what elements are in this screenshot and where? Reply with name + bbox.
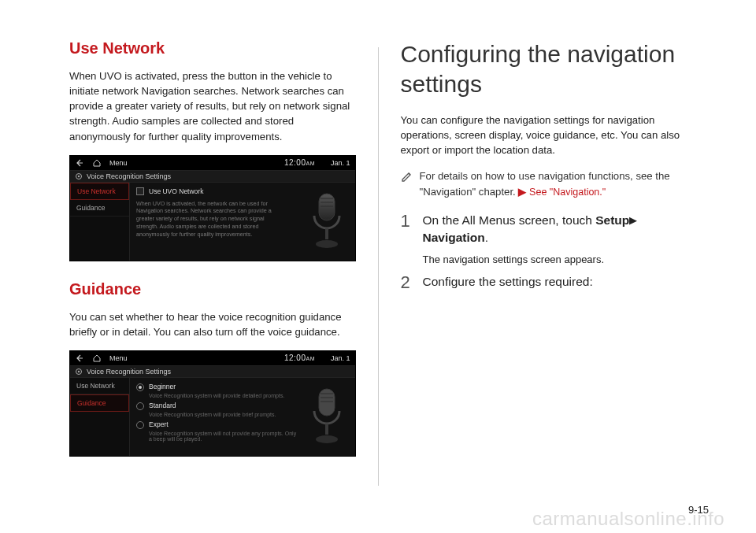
section-title-use-network: Use Network (69, 39, 356, 57)
radio-sub: Voice Recognition system will not provid… (149, 431, 298, 442)
microphone-icon (305, 191, 349, 254)
clock-date: Jan. 1 (331, 159, 350, 167)
radio-icon (136, 421, 144, 429)
section-title-guidance: Guidance (69, 280, 356, 298)
svg-rect-10 (319, 389, 335, 416)
radio-sub: Voice Recognition system will provide de… (149, 393, 298, 398)
right-column: Configuring the navigation settings You … (379, 39, 710, 533)
clock-time: 12:00AM (284, 158, 315, 167)
radio-label: Standard (149, 402, 176, 409)
page-title: Configuring the navigation settings (401, 39, 687, 98)
svg-point-4 (316, 240, 338, 248)
sidebar-item-guidance: Guidance (70, 394, 129, 412)
shot-topbar: Menu 12:00AM Jan. 1 (70, 351, 355, 365)
menu-label: Menu (109, 159, 128, 167)
radio-sub: Voice Recognition system will provide br… (149, 412, 298, 417)
shot-subbar: Voice Recognition Settings (70, 365, 355, 378)
gear-icon (75, 172, 83, 180)
shot-sidebar: Use Network Guidance (70, 378, 130, 456)
svg-rect-2 (319, 194, 335, 220)
step-number: 1 (401, 212, 413, 265)
clock-date: Jan. 1 (331, 354, 350, 362)
shot-topbar: Menu 12:00AM Jan. 1 (70, 156, 355, 170)
ref-caret-icon: ▶ (518, 186, 526, 198)
microphone-icon (305, 386, 349, 449)
svg-point-12 (316, 435, 338, 443)
settings-title: Voice Recognition Settings (87, 172, 171, 180)
step-body: Configure the settings required: (423, 273, 687, 292)
step-1: 1 On the All Menus screen, touch Setup ▶… (401, 212, 687, 265)
home-icon (92, 158, 102, 168)
settings-title: Voice Recognition Settings (87, 368, 171, 376)
checkbox-label: Use UVO Network (149, 187, 203, 195)
svg-point-1 (78, 176, 80, 177)
gear-icon (75, 368, 83, 376)
menu-label: Menu (109, 354, 128, 362)
svg-rect-11 (325, 424, 328, 435)
radio-icon (136, 383, 144, 391)
pencil-icon (401, 170, 413, 183)
left-column: Use Network When UVO is activated, press… (47, 39, 378, 533)
intro-text: You can configure the navigation setting… (401, 113, 687, 157)
radio-icon (136, 402, 144, 410)
page: Use Network When UVO is activated, press… (0, 0, 756, 533)
sidebar-item-use-network: Use Network (70, 183, 129, 200)
screenshot-guidance: Menu 12:00AM Jan. 1 Voice Recognition Se… (69, 350, 356, 457)
shot-main: Beginner Voice Recognition system will p… (130, 378, 355, 456)
shot-body: Use Network Guidance Beginner Voice Reco… (70, 378, 355, 456)
checkbox-icon (136, 187, 144, 195)
note-reference-link[interactable]: See "Navigation." (529, 187, 606, 198)
note-text: For details on how to use navigation fun… (420, 168, 687, 198)
sidebar-item-guidance: Guidance (70, 200, 129, 217)
shot-sidebar: Use Network Guidance (70, 183, 130, 261)
radio-label: Expert (149, 420, 169, 428)
home-icon (92, 353, 102, 363)
watermark: carmanualsonline.info (532, 508, 724, 530)
svg-point-9 (78, 371, 80, 372)
radio-label: Beginner (149, 383, 176, 390)
step-main: On the All Menus screen, touch Setup ▶ N… (423, 212, 687, 247)
step-sub: The navigation settings screen appears. (423, 254, 687, 265)
section-body-use-network: When UVO is activated, press the button … (69, 68, 356, 144)
shot-main: Use UVO Network When UVO is activated, t… (130, 183, 355, 261)
step-number: 2 (401, 273, 413, 292)
screenshot-use-network: Menu 12:00AM Jan. 1 Voice Recognition Se… (69, 155, 356, 261)
section-body-guidance: You can set whether to hear the voice re… (69, 309, 356, 339)
back-icon (75, 353, 84, 363)
clock-time: 12:00AM (284, 353, 315, 362)
sidebar-item-use-network: Use Network (70, 378, 129, 394)
shot-body: Use Network Guidance Use UVO Network Whe… (70, 183, 355, 261)
checkbox-description: When UVO is activated, the network can b… (136, 200, 286, 239)
step-body: On the All Menus screen, touch Setup ▶ N… (423, 212, 687, 265)
shot-subbar: Voice Recognition Settings (70, 170, 355, 183)
svg-rect-3 (325, 228, 328, 239)
step-2: 2 Configure the settings required: (401, 273, 687, 292)
chevron-right-icon: ▶ (629, 213, 637, 228)
note: For details on how to use navigation fun… (401, 168, 687, 198)
back-icon (75, 158, 84, 168)
step-main: Configure the settings required: (423, 273, 687, 291)
